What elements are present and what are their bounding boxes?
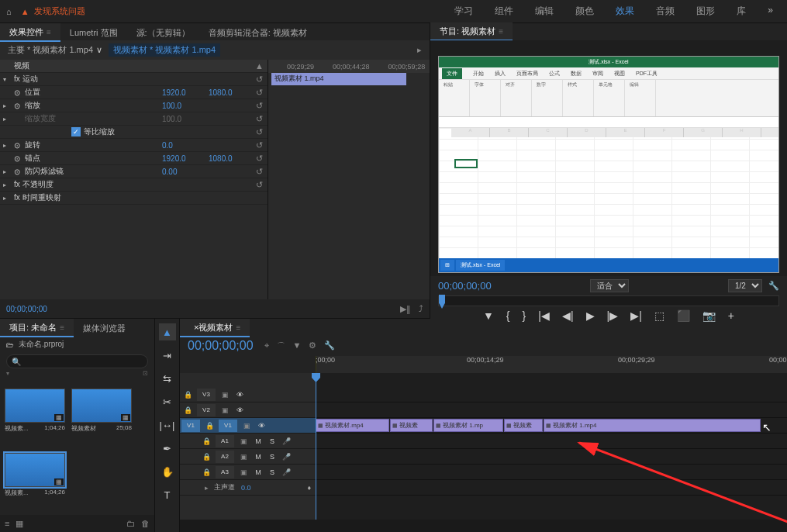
prev-icon[interactable]: |◀ xyxy=(538,309,550,322)
fit-select[interactable]: 适合 xyxy=(590,279,629,292)
workspace-tab-effects[interactable]: 效果 xyxy=(616,5,634,18)
scale-val[interactable]: 100.0 xyxy=(162,102,209,110)
workspace-tab-assembly[interactable]: 组件 xyxy=(495,5,513,18)
anchor-x[interactable]: 1920.0 xyxy=(162,154,209,163)
loop-icon[interactable]: ▶‖ xyxy=(400,304,411,314)
stopwatch-icon[interactable]: ⊙ xyxy=(14,168,25,176)
track-a1[interactable]: A1 xyxy=(216,435,234,447)
reset-icon[interactable]: ↺ xyxy=(255,154,268,164)
antiflicker-val[interactable]: 0.00 xyxy=(162,168,209,176)
track-select-tool-icon[interactable]: ⇥ xyxy=(159,347,176,364)
step-back-icon[interactable]: ◀| xyxy=(562,309,574,322)
wrench-icon[interactable]: 🔧 xyxy=(324,340,335,352)
mic-icon[interactable]: 🎤 xyxy=(279,468,293,476)
breadcrumb-main[interactable]: 主要 * 视频素材 1.mp4 xyxy=(8,44,93,56)
reset-icon[interactable]: ↺ xyxy=(255,88,268,98)
project-item[interactable]: ▦ 视频素...1;04;26 xyxy=(5,453,65,511)
pen-tool-icon[interactable]: ✒ xyxy=(159,440,176,457)
timeline-clip[interactable]: ▦视频素 xyxy=(390,419,433,432)
timeline-scrollbar[interactable] xyxy=(180,520,787,532)
stopwatch-icon[interactable]: ⊙ xyxy=(14,102,25,110)
program-timecode[interactable]: 00;00;00;00 xyxy=(438,280,492,292)
tab-audio-mixer[interactable]: 音频剪辑混合器: 视频素材 xyxy=(199,23,316,42)
lock-icon[interactable]: 🔒 xyxy=(198,453,214,461)
tab-project[interactable]: 项目: 未命名 xyxy=(0,319,74,337)
system-warning[interactable]: ▲ 发现系统问题 xyxy=(21,5,85,17)
track-v1[interactable]: V1 xyxy=(219,420,237,432)
lock-icon[interactable]: 🔒 xyxy=(180,406,195,414)
track-v1-source[interactable]: V1 xyxy=(181,420,200,432)
icon-view-icon[interactable]: ▦ xyxy=(16,519,23,529)
anchor-y[interactable]: 1080.0 xyxy=(209,154,255,163)
link-icon[interactable]: ⌒ xyxy=(277,340,285,352)
timeline-playhead[interactable] xyxy=(316,373,316,520)
fx-opacity[interactable]: fx 不透明度 xyxy=(14,179,255,190)
snap-icon[interactable]: ⌖ xyxy=(264,340,269,352)
reset-icon[interactable]: ↺ xyxy=(255,127,268,137)
hand-tool-icon[interactable]: ✋ xyxy=(159,463,176,480)
project-item[interactable]: ▦ 视频素...1;04;26 xyxy=(5,389,65,447)
list-view-icon[interactable]: ≡ xyxy=(5,519,9,528)
new-bin-icon[interactable]: 🗀 xyxy=(126,519,135,528)
timeline-timecode[interactable]: 00;00;00;00 xyxy=(188,339,254,353)
timeline-clip[interactable]: ▦视频素材 1.mp xyxy=(433,419,503,432)
selection-tool-icon[interactable]: ▲ xyxy=(159,323,176,340)
timeline-clip[interactable]: ▦视频素材 1.mp4 xyxy=(544,419,761,432)
reset-icon[interactable]: ↺ xyxy=(255,180,268,190)
fx-timeremap[interactable]: fx 时间重映射 xyxy=(14,192,268,203)
uniform-scale-checkbox[interactable]: ✓ xyxy=(71,127,81,136)
snapshot-icon[interactable]: 📷 xyxy=(702,309,716,322)
eye-icon[interactable]: 👁 xyxy=(233,391,247,399)
delete-icon[interactable]: 🗑 xyxy=(141,519,150,528)
next-icon[interactable]: ▶| xyxy=(630,309,642,322)
lock-icon[interactable]: 🔒 xyxy=(202,422,217,430)
tab-media-browser[interactable]: 媒体浏览器 xyxy=(74,319,135,337)
reset-icon[interactable]: ↺ xyxy=(255,140,268,150)
timeline-clip[interactable]: ▦视频素 xyxy=(504,419,543,432)
stopwatch-icon[interactable]: ⊙ xyxy=(14,88,25,97)
workspace-tab-learn[interactable]: 学习 xyxy=(454,5,473,18)
lift-icon[interactable]: ⬚ xyxy=(654,309,664,322)
rotation-val[interactable]: 0.0 xyxy=(162,141,209,150)
stopwatch-icon[interactable]: ⊙ xyxy=(14,154,25,163)
toggle-output-icon[interactable]: ▣ xyxy=(217,391,233,399)
timeline-clip[interactable]: ▦视频素材.mp4 xyxy=(316,419,389,432)
reset-icon[interactable]: ↺ xyxy=(255,101,268,111)
position-y[interactable]: 1080.0 xyxy=(209,88,255,97)
step-fwd-icon[interactable]: |▶ xyxy=(607,309,619,322)
lock-icon[interactable]: 🔒 xyxy=(198,468,214,476)
reset-icon[interactable]: ↺ xyxy=(255,74,268,85)
razor-tool-icon[interactable]: ✂ xyxy=(159,393,176,410)
toggle-output-icon[interactable]: ▣ xyxy=(217,406,233,414)
track-v3[interactable]: V3 xyxy=(197,389,216,401)
ripple-tool-icon[interactable]: ⇆ xyxy=(159,370,176,387)
project-item[interactable]: ▦ 视频素材25;08 xyxy=(71,389,132,447)
lock-icon[interactable]: 🔒 xyxy=(198,437,214,445)
tab-sequence[interactable]: 视频素材 xyxy=(198,322,233,333)
effect-timeline[interactable]: 00;29;29 00;00;44;28 00;00;59;28 视频素材 1.… xyxy=(268,60,430,299)
wrench-icon[interactable]: 🔧 xyxy=(768,281,779,291)
workspace-tab-audio[interactable]: 音频 xyxy=(656,5,675,18)
workspace-tab-edit[interactable]: 编辑 xyxy=(535,5,554,18)
tab-effect-controls[interactable]: 效果控件 xyxy=(0,23,60,42)
marker-icon[interactable]: ▼ xyxy=(293,340,302,352)
stopwatch-icon[interactable]: ⊙ xyxy=(14,141,25,150)
section-toggle-icon[interactable]: ▲ xyxy=(255,61,268,71)
lock-icon[interactable]: 🔒 xyxy=(180,391,195,399)
export-icon[interactable]: ⤴ xyxy=(419,304,423,314)
tab-lumetri[interactable]: Lumetri 范围 xyxy=(60,23,127,42)
playhead-icon[interactable] xyxy=(439,295,445,309)
effect-clip-bar[interactable]: 视频素材 1.mp4 xyxy=(271,73,406,85)
toggle-output-icon[interactable]: ▣ xyxy=(239,422,254,430)
meter-icon[interactable]: ♦ xyxy=(307,484,316,492)
effect-timecode[interactable]: 00;00;00;00 xyxy=(6,305,47,313)
out-icon[interactable]: } xyxy=(523,309,526,322)
play-icon[interactable]: ▶ xyxy=(586,309,595,322)
eye-icon[interactable]: 👁 xyxy=(254,422,268,430)
type-tool-icon[interactable]: T xyxy=(159,486,176,503)
master-gain[interactable]: 0.0 xyxy=(241,484,251,492)
workspace-tab-graphics[interactable]: 图形 xyxy=(696,5,715,18)
timeline-ruler[interactable]: ;00;00 00;00;14;29 00;00;29;29 00;00;44;… xyxy=(316,356,787,373)
breadcrumb-selected[interactable]: 视频素材 * 视频素材 1.mp4 xyxy=(109,43,220,57)
program-scrubber[interactable] xyxy=(438,295,779,306)
